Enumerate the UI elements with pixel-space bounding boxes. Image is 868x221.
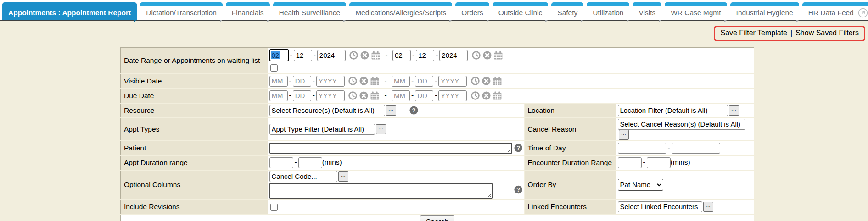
tab-visits[interactable]: Visits <box>633 2 661 20</box>
visible-to-day-input[interactable] <box>415 76 433 87</box>
date-range-from-month-input[interactable]: 02 <box>269 49 289 61</box>
show-saved-filters-link[interactable]: Show Saved Filters <box>795 29 859 37</box>
help-icon[interactable] <box>409 105 419 115</box>
help-icon[interactable] <box>514 185 523 194</box>
date-range-to-month-input[interactable] <box>392 50 411 61</box>
linked-encounters-field: ... <box>616 199 754 214</box>
due-from-year-input[interactable] <box>316 90 345 101</box>
save-filter-template-link[interactable]: Save Filter Template <box>720 29 787 37</box>
date-range-to-day-input[interactable] <box>416 50 434 61</box>
tab-industrial-hygiene[interactable]: Industrial Hygiene <box>730 2 799 20</box>
optional-columns-field: ... <box>268 170 524 199</box>
include-revisions-checkbox[interactable] <box>270 204 278 211</box>
due-to-month-input[interactable] <box>392 90 410 101</box>
clear-circle-icon[interactable] <box>359 91 369 100</box>
calendar-icon[interactable] <box>493 91 502 100</box>
cancel-reason-picker-button[interactable]: ... <box>619 130 629 140</box>
appt-duration-max-input[interactable] <box>298 157 322 168</box>
due-to-day-input[interactable] <box>415 90 433 101</box>
tab-financials[interactable]: Financials <box>226 2 270 20</box>
resource-picker-button[interactable]: ... <box>386 105 396 116</box>
calendar-icon[interactable] <box>493 76 502 86</box>
linked-encounters-input[interactable] <box>618 201 702 212</box>
linked-encounters-picker-button[interactable]: ... <box>703 202 713 212</box>
order-by-select[interactable]: Pat Name <box>618 179 663 191</box>
encounter-duration-label: Encounter Duration Range <box>524 155 616 170</box>
visible-to-month-input[interactable] <box>392 76 410 87</box>
tab-wr-case-mgmt[interactable]: WR Case Mgmt <box>665 2 727 20</box>
clock-icon[interactable] <box>349 50 358 60</box>
tab-hr-data-feed[interactable]: HR Data Feed <box>802 2 868 20</box>
clear-circle-icon[interactable] <box>482 76 491 86</box>
clear-circle-icon[interactable] <box>359 76 369 86</box>
date-separator: - <box>290 51 292 59</box>
date-range-to-group: -- <box>392 51 503 59</box>
patient-input[interactable] <box>269 143 513 154</box>
location-picker-button[interactable]: ... <box>729 105 739 116</box>
order-by-label: Order By <box>524 170 616 199</box>
calendar-icon[interactable] <box>370 76 380 86</box>
calendar-icon[interactable] <box>371 50 381 60</box>
encounter-duration-field: -(mins) <box>616 155 754 170</box>
tab-medications-allergies-scripts[interactable]: Medications/Allergies/Scripts <box>349 2 452 20</box>
date-separator: - <box>411 91 414 99</box>
clock-icon[interactable] <box>348 76 358 86</box>
resource-field: ... <box>268 103 524 118</box>
time-of-day-start-input[interactable] <box>618 143 666 154</box>
clear-circle-icon[interactable] <box>482 50 492 60</box>
due-from-day-input[interactable] <box>293 90 311 101</box>
tab-orders[interactable]: Orders <box>455 2 489 20</box>
location-input[interactable] <box>618 105 728 116</box>
calendar-icon[interactable] <box>493 50 503 60</box>
date-separator: - <box>313 77 315 84</box>
tab-outside-clinic[interactable]: Outside Clinic <box>493 2 549 20</box>
encounter-duration-max-input[interactable] <box>647 157 671 168</box>
optional-columns-textarea[interactable] <box>269 183 493 199</box>
tab-dictation-transcription[interactable]: Dictation/Transcription <box>140 2 223 20</box>
date-range-fields: 02-- - -- <box>268 48 754 74</box>
resource-input[interactable] <box>269 105 385 116</box>
appt-duration-min-input[interactable] <box>269 157 293 168</box>
tab-utilization[interactable]: Utilization <box>587 2 629 20</box>
clock-icon[interactable] <box>470 91 480 100</box>
calendar-icon[interactable] <box>370 91 380 100</box>
optional-columns-input[interactable] <box>269 171 337 182</box>
date-separator: - <box>314 51 316 59</box>
optional-columns-picker-button[interactable]: ... <box>338 171 348 182</box>
location-label: Location <box>524 103 616 118</box>
tab-label: WR Case Mgmt <box>671 9 721 17</box>
appt-type-filter-input[interactable] <box>269 124 375 135</box>
appt-type-picker-button[interactable]: ... <box>376 124 386 134</box>
due-to-year-input[interactable] <box>438 90 467 101</box>
visible-from-year-input[interactable] <box>316 76 345 87</box>
tab-appointments-report[interactable]: Appointments : Appointment Report <box>2 2 137 20</box>
external-link-icon <box>858 8 868 18</box>
visible-from-day-input[interactable] <box>293 76 311 87</box>
date-range-to-year-input[interactable] <box>439 50 468 61</box>
tab-health-surveillance[interactable]: Health Surveillance <box>273 2 347 20</box>
clock-icon[interactable] <box>348 91 358 100</box>
clear-circle-icon[interactable] <box>482 91 491 100</box>
date-range-from-day-input[interactable] <box>294 50 312 61</box>
tab-safety[interactable]: Safety <box>551 2 583 20</box>
date-separator: - <box>435 77 437 84</box>
help-icon[interactable] <box>514 143 523 153</box>
time-of-day-end-input[interactable] <box>672 143 720 154</box>
include-revisions-label: Include Revisions <box>121 199 268 214</box>
visible-to-year-input[interactable] <box>438 76 467 87</box>
date-range-from-year-input[interactable] <box>317 50 346 61</box>
clear-circle-icon[interactable] <box>360 50 370 60</box>
due-from-month-input[interactable] <box>269 90 288 101</box>
date-range-from-group: 02-- - -- <box>269 49 754 61</box>
clock-icon[interactable] <box>471 50 481 60</box>
filter-links-highlight-box: Save Filter Template | Show Saved Filter… <box>714 26 865 41</box>
encounter-duration-min-input[interactable] <box>618 157 642 168</box>
visible-date-fields: -- - -- <box>268 74 754 88</box>
due-date-fields: -- - -- <box>268 88 754 103</box>
tab-label: HR Data Feed <box>808 9 854 17</box>
visible-from-month-input[interactable] <box>269 76 288 87</box>
cancel-reason-input[interactable] <box>618 119 745 130</box>
search-button[interactable]: Search <box>420 215 454 221</box>
waiting-list-checkbox[interactable] <box>270 64 278 72</box>
clock-icon[interactable] <box>470 76 480 86</box>
